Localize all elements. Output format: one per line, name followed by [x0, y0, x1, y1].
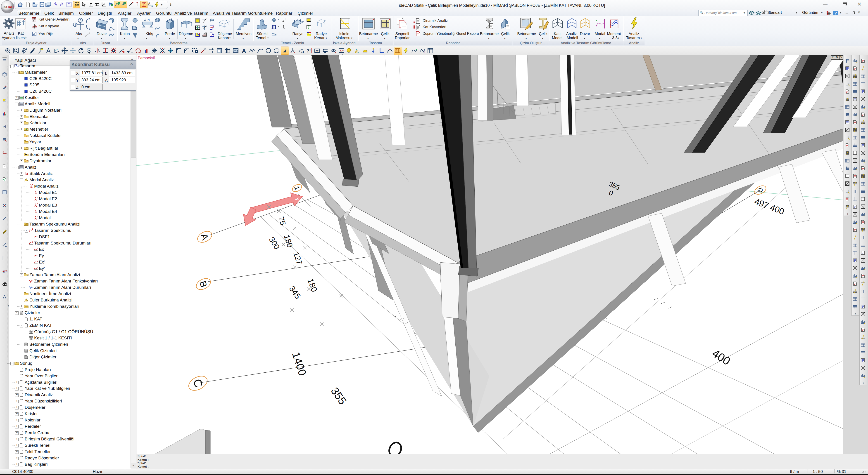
svg-text:?!: ?!: [307, 48, 311, 53]
svg-text:A: A: [148, 2, 150, 5]
svg-text:A: A: [80, 19, 82, 22]
svg-text:CAD: CAD: [6, 5, 14, 9]
svg-text:+1: +1: [301, 50, 304, 54]
svg-text:m²: m²: [316, 49, 319, 53]
svg-text:N: N: [148, 18, 150, 22]
svg-text:?: ?: [424, 51, 425, 54]
svg-text:t: t: [32, 279, 32, 281]
svg-text:S: S: [151, 4, 153, 7]
svg-text:A: A: [242, 47, 246, 54]
svg-text:?İ: ?İ: [3, 125, 6, 129]
svg-text:ABC: ABC: [3, 272, 6, 273]
svg-text:?: ?: [835, 11, 837, 15]
svg-text:1: 1: [75, 23, 76, 26]
svg-text:t: t: [32, 285, 32, 287]
